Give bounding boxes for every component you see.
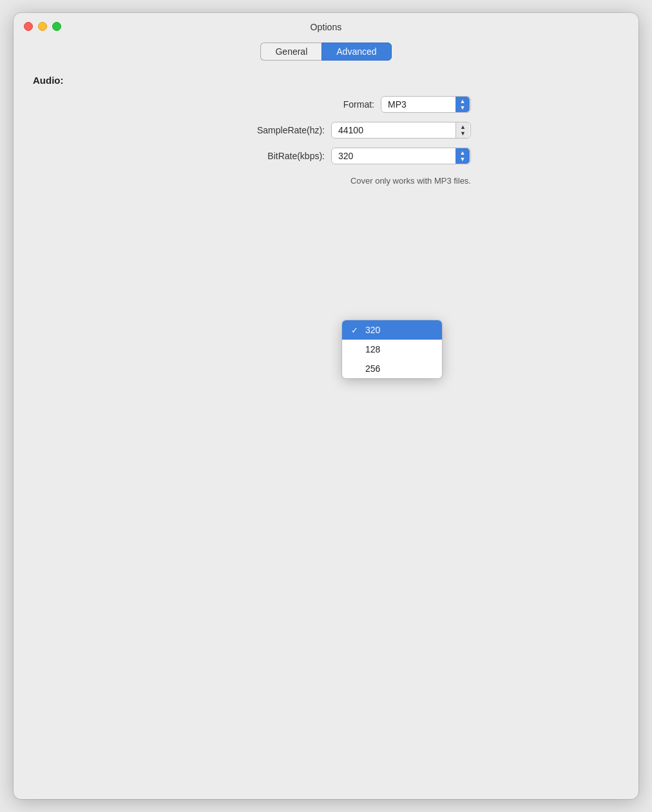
tab-general[interactable]: General (260, 43, 321, 61)
traffic-lights (24, 22, 61, 31)
bitrate-label: BitRate(kbps): (267, 151, 325, 161)
samplerate-input[interactable] (331, 122, 471, 139)
bitrate-dropdown: ✓ 320 128 256 (342, 320, 442, 378)
titlebar: Options (14, 13, 638, 39)
stepper-up-icon: ▲ (460, 99, 466, 104)
bitrate-row: BitRate(kbps): ▲ ▼ ✓ 320 128 (33, 148, 471, 164)
bitrate-option-320-label: 320 (365, 325, 380, 335)
check-icon: ✓ (351, 325, 361, 335)
bitrate-stepper[interactable]: ▲ ▼ (455, 148, 470, 164)
note-row: Cover only works with MP3 files. (33, 173, 471, 186)
content-area: Audio: Format: MP3 AAC WAV FLAC ▲ ▼ Samp… (14, 61, 638, 209)
minimize-button[interactable] (38, 22, 47, 31)
window-title: Options (311, 22, 342, 32)
bitrate-down-icon: ▼ (460, 157, 466, 162)
options-window: Options General Advanced Audio: Format: … (14, 13, 638, 799)
note-text: Cover only works with MP3 files. (350, 176, 471, 186)
bitrate-up-icon: ▲ (460, 150, 466, 156)
bitrate-option-256[interactable]: 256 (342, 359, 442, 378)
maximize-button[interactable] (52, 22, 61, 31)
audio-section-label: Audio: (33, 75, 619, 86)
stepper-down-icon: ▼ (460, 105, 466, 111)
bitrate-option-128-label: 128 (365, 344, 380, 354)
samplerate-stepper[interactable]: ▲ ▼ (455, 122, 470, 138)
bitrate-option-256-label: 256 (365, 363, 380, 374)
bitrate-option-320[interactable]: ✓ 320 (342, 320, 442, 340)
format-stepper[interactable]: ▲ ▼ (455, 97, 470, 112)
bitrate-wrapper: ▲ ▼ (331, 148, 471, 164)
samplerate-row: SampleRate(hz): ▲ ▼ (33, 122, 471, 139)
format-select-wrapper: MP3 AAC WAV FLAC ▲ ▼ (381, 96, 471, 113)
close-button[interactable] (24, 22, 33, 31)
samplerate-label: SampleRate(hz): (257, 125, 325, 135)
samplerate-wrapper: ▲ ▼ (331, 122, 471, 139)
tab-advanced[interactable]: Advanced (321, 43, 391, 61)
samplerate-down-icon: ▼ (460, 131, 466, 137)
tab-bar: General Advanced (260, 43, 391, 61)
samplerate-up-icon: ▲ (460, 124, 466, 130)
format-row: Format: MP3 AAC WAV FLAC ▲ ▼ (33, 96, 471, 113)
bitrate-input[interactable] (331, 148, 471, 164)
format-label: Format: (343, 99, 374, 110)
bitrate-option-128[interactable]: 128 (342, 340, 442, 359)
